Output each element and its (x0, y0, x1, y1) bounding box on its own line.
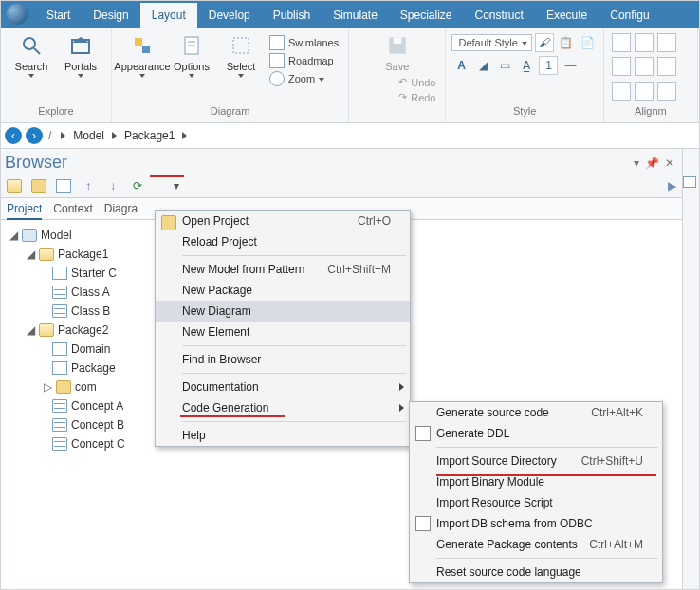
menu-import-source-directory[interactable]: Import Source DirectoryCtrl+Shift+U (410, 451, 662, 471)
distribute-h-icon[interactable] (612, 82, 631, 101)
toolbar-menu-arrow-icon[interactable]: ▾ (174, 179, 179, 193)
style-brush-icon[interactable]: 🖌 (535, 33, 554, 52)
undo-button[interactable]: ↶Undo (398, 76, 435, 88)
move-down-icon[interactable]: ↓ (105, 178, 120, 194)
default-style-select[interactable]: Default Style (451, 34, 531, 51)
svg-rect-4 (135, 38, 142, 46)
align-bottom-icon[interactable] (657, 57, 676, 76)
svg-line-1 (34, 48, 40, 54)
move-up-icon[interactable]: ↑ (81, 178, 96, 194)
menu-new-element[interactable]: New Element (156, 322, 410, 342)
align-top-icon[interactable] (612, 57, 631, 76)
db-icon (415, 516, 431, 531)
tab-layout[interactable]: Layout (140, 3, 197, 28)
nav-back-button[interactable]: ‹ (5, 127, 22, 144)
border-width-icon[interactable]: 1 (539, 56, 558, 75)
fill-color-icon[interactable]: ◢ (473, 56, 492, 75)
align-right-icon[interactable] (657, 33, 676, 52)
class-icon (52, 418, 67, 432)
appearance-button[interactable]: Appearance (120, 33, 165, 78)
menu-import-resource[interactable]: Import Resource Script (410, 492, 662, 513)
distribute-v-icon[interactable] (635, 82, 654, 101)
package-icon (56, 380, 71, 394)
font-icon[interactable]: A (451, 56, 470, 75)
breadcrumb-arrow-icon[interactable] (61, 132, 65, 139)
collapsed-panel-label[interactable]: Sta (683, 174, 700, 191)
app-logo-icon[interactable] (7, 4, 28, 25)
menu-reset-source-lang[interactable]: Reset source code language (410, 562, 662, 582)
align-middle-icon[interactable] (635, 57, 654, 76)
new-diagram-icon[interactable] (56, 178, 71, 194)
swimlanes-icon (269, 35, 285, 50)
tab-develop[interactable]: Develop (197, 3, 262, 28)
same-width-icon[interactable] (657, 82, 676, 101)
search-button[interactable]: Search (9, 33, 54, 78)
collapsed-panel-strip: » Sta (683, 149, 700, 590)
menu-label: Find in Browser (182, 353, 261, 366)
menu-generate-package-contents[interactable]: Generate Package contentsCtrl+Alt+M (410, 534, 662, 555)
tab-design[interactable]: Design (82, 3, 139, 28)
menu-separator (436, 447, 658, 448)
breadcrumb-package[interactable]: Package1 (124, 129, 175, 142)
align-center-icon[interactable] (635, 33, 654, 52)
menu-separator (436, 558, 658, 559)
tree-label: Starter C (71, 267, 117, 280)
tab-publish[interactable]: Publish (262, 3, 322, 28)
panel-dropdown-icon[interactable]: ▾ (634, 157, 639, 170)
main-menu-tabs: Start Design Layout Develop Publish Simu… (1, 1, 699, 28)
menu-help[interactable]: Help (156, 425, 410, 446)
subtab-diagram[interactable]: Diagra (104, 202, 138, 215)
browser-toolbar: ↑ ↓ ⟳ ▾ ▶ (1, 175, 682, 198)
collapse-right-icon[interactable]: ▶ (668, 179, 676, 193)
tab-simulate[interactable]: Simulate (322, 3, 389, 28)
roadmap-button[interactable]: Roadmap (269, 53, 339, 68)
text-color-icon[interactable]: A̲ (517, 56, 536, 75)
chevron-down-icon (28, 74, 34, 78)
options-button[interactable]: Options (169, 33, 214, 78)
new-project-icon[interactable] (7, 178, 22, 194)
menu-new-diagram[interactable]: New Diagram (156, 301, 410, 322)
diagram-icon (52, 342, 67, 356)
select-button[interactable]: Select (218, 33, 264, 78)
panel-pin-icon[interactable]: 📌 (645, 157, 659, 170)
menu-generate-ddl[interactable]: Generate DDL (410, 423, 662, 444)
annotation-underline (436, 474, 656, 476)
save-button[interactable]: Save (375, 33, 420, 72)
swimlanes-button[interactable]: Swimlanes (269, 35, 339, 50)
border-style-icon[interactable]: — (561, 56, 580, 75)
menu-documentation[interactable]: Documentation (156, 377, 410, 397)
breadcrumb-arrow-icon[interactable] (182, 132, 187, 139)
style-paste-icon[interactable]: 📄 (579, 33, 598, 52)
menu-reload-project[interactable]: Reload Project (156, 231, 410, 252)
breadcrumb-model[interactable]: Model (73, 129, 104, 142)
submenu-arrow-icon (399, 383, 404, 391)
menu-generate-source[interactable]: Generate source codeCtrl+Alt+K (410, 402, 662, 423)
zoom-button[interactable]: Zoom (269, 71, 339, 86)
menu-new-package[interactable]: New Package (156, 280, 410, 301)
menu-open-project[interactable]: Open ProjectCtrl+O (156, 211, 410, 231)
redo-button[interactable]: ↷Redo (398, 91, 435, 103)
subtab-project[interactable]: Project (7, 202, 42, 220)
nav-forward-button[interactable]: › (26, 127, 43, 144)
menu-import-db-odbc[interactable]: Import DB schema from ODBC (410, 513, 662, 534)
portals-label: Portals (64, 61, 97, 72)
style-copy-icon[interactable]: 📋 (557, 33, 576, 52)
tab-specialize[interactable]: Specialize (389, 3, 464, 28)
refresh-icon[interactable]: ⟳ (130, 178, 145, 194)
tab-construct[interactable]: Construct (464, 3, 535, 28)
menu-find-in-browser[interactable]: Find in Browser (156, 349, 410, 370)
new-package-icon[interactable] (31, 178, 46, 194)
tab-execute[interactable]: Execute (535, 3, 599, 28)
align-left-icon[interactable] (612, 33, 631, 52)
tab-configure[interactable]: Configu (599, 3, 660, 28)
line-color-icon[interactable]: ▭ (495, 56, 514, 75)
tab-start[interactable]: Start (35, 3, 82, 28)
tree-label: Package1 (58, 248, 108, 261)
portals-button[interactable]: Portals (58, 33, 103, 78)
panel-close-icon[interactable]: ✕ (665, 157, 674, 170)
menu-new-model-pattern[interactable]: New Model from PatternCtrl+Shift+M (156, 259, 410, 280)
hamburger-menu-button[interactable] (155, 178, 170, 194)
subtab-context[interactable]: Context (53, 202, 92, 215)
breadcrumb-arrow-icon[interactable] (112, 132, 117, 139)
class-icon (52, 304, 67, 318)
